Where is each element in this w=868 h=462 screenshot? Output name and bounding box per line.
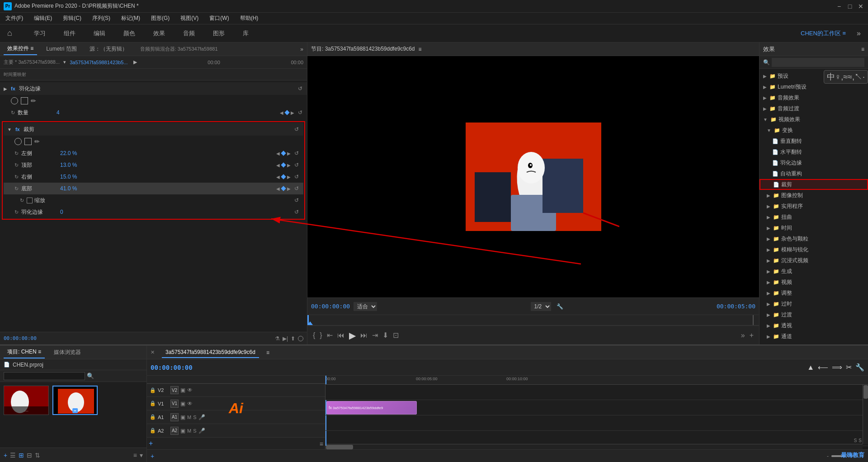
menu-help[interactable]: 帮助(H) [238, 14, 260, 23]
tree-item-obsolete[interactable]: ▶ 📁 过时 [760, 298, 868, 309]
v1-track-label-btn[interactable]: V1 [170, 400, 179, 408]
v1-vis-icon[interactable]: 👁 [187, 401, 193, 407]
crop-bottom-value[interactable]: 41.0 % [60, 185, 87, 192]
a2-sync-icon[interactable]: ▣ [180, 428, 185, 434]
crop-feather-value[interactable]: 0 [60, 209, 87, 215]
tree-item-immersive[interactable]: ▶ 📁 沉浸式视频 [760, 255, 868, 266]
a1-track[interactable] [326, 415, 868, 431]
effects-menu-icon[interactable]: ≡ [861, 46, 864, 52]
mark-in-icon[interactable]: { [313, 331, 315, 339]
crop-pen-btn[interactable]: ✏ [34, 138, 40, 145]
a1-mic-icon[interactable]: 🎤 [198, 414, 205, 420]
a1-lock-icon[interactable]: 🔒 [150, 414, 156, 420]
v2-track-label-btn[interactable]: V2 [170, 386, 179, 394]
panel-more-icon[interactable]: » [300, 46, 303, 52]
feather-circle-btn[interactable] [11, 97, 18, 104]
crop-bottom-next[interactable]: ▶ [287, 186, 291, 191]
a2-solo-btn[interactable]: S [193, 428, 196, 434]
nav-color[interactable]: 颜色 [120, 28, 139, 39]
scroll-circle[interactable] [298, 336, 303, 341]
a1-mute-btn[interactable]: M [187, 415, 191, 420]
feather-pen-btn[interactable]: ✏ [31, 97, 36, 104]
crop-feather-cycle[interactable]: ↻ [14, 209, 19, 215]
feather-quantity-value[interactable]: 4 [57, 109, 84, 116]
crop-top-keyframe[interactable] [281, 162, 286, 167]
a1-solo-btn[interactable]: S [193, 415, 196, 420]
tl-bottom-icon[interactable]: ≡ [320, 440, 323, 448]
crop-top-value[interactable]: 13.0 % [60, 162, 87, 168]
v1-sync-icon[interactable]: ▣ [180, 401, 185, 407]
freeform-icon[interactable]: ⊟ [27, 452, 32, 459]
tl-scrollbar-h[interactable] [326, 444, 863, 449]
menu-window[interactable]: 窗口(W) [208, 14, 231, 23]
fit-dropdown[interactable]: 适合 [354, 302, 377, 311]
crop-reset-icon[interactable]: ↺ [293, 126, 300, 132]
menu-file[interactable]: 文件(F) [4, 14, 25, 23]
crop-right-cycle[interactable]: ↻ [14, 174, 19, 180]
tree-item-imagecontrol[interactable]: ▶ 📁 图像控制 [760, 190, 868, 201]
crop-expand[interactable]: ▼ [7, 127, 12, 132]
tree-item-lumetri[interactable]: ▶ 📁 Lumetri预设 中♀,≈≈,↖· [760, 81, 868, 92]
crop-bottom-keyframe[interactable] [281, 186, 286, 191]
tab-media-browser[interactable]: 媒体浏览器 [50, 347, 85, 358]
tree-item-audio-transitions[interactable]: ▶ 📁 音频过渡 [760, 103, 868, 114]
v1-track[interactable]: fx 3a575347fa59881423b59ddfe9 [326, 400, 868, 415]
sequence-play-icon[interactable]: ▶ [133, 59, 137, 65]
v2-sync-icon[interactable]: ▣ [180, 387, 185, 393]
tree-item-hflip[interactable]: 📄 水平翻转 [760, 146, 868, 157]
crop-right-value[interactable]: 15.0 % [60, 174, 87, 180]
tree-item-preset[interactable]: ▶ 📁 预设 [760, 71, 868, 81]
v1-lock-icon[interactable]: 🔒 [150, 401, 156, 406]
project-chevron-icon[interactable]: ▾ [140, 452, 143, 459]
tree-item-vflip[interactable]: 📄 垂直翻转 [760, 136, 868, 146]
nav-library[interactable]: 库 [239, 28, 252, 39]
v1-video-clip[interactable]: fx 3a575347fa59881423b59ddfe9 [326, 401, 417, 415]
feather-qty-reset[interactable]: ↺ [297, 109, 303, 116]
tl-ripple-tool[interactable]: ⟵ [818, 363, 828, 372]
crop-rect-btn[interactable] [24, 138, 32, 145]
crop-left-cycle[interactable]: ↻ [14, 151, 19, 156]
workspace-label[interactable]: CHEN的工作区 ≡ [801, 29, 846, 38]
filter-icon[interactable]: ⚗ [275, 335, 280, 342]
tl-track-select-tool[interactable]: ⟹ [832, 363, 842, 372]
a2-lock-icon[interactable]: 🔒 [150, 428, 156, 434]
nav-effects[interactable]: 效果 [150, 28, 169, 39]
crop-left-reset[interactable]: ↺ [293, 150, 300, 156]
a2-track-label-btn[interactable]: A2 [170, 427, 179, 435]
tl-slip-tool[interactable]: 🔧 [855, 363, 864, 372]
insert-icon[interactable]: ⬇ [382, 331, 388, 339]
tl-add-marker[interactable]: + [151, 453, 154, 460]
crop-right-prev[interactable]: ◀ [276, 174, 280, 179]
new-item-icon[interactable]: + [4, 452, 7, 459]
nav-assembly[interactable]: 组件 [60, 28, 79, 39]
mark-out-icon[interactable]: } [320, 331, 322, 339]
nav-learn[interactable]: 学习 [30, 28, 49, 39]
crop-top-reset[interactable]: ↺ [293, 162, 300, 168]
nav-audio[interactable]: 音频 [179, 28, 198, 39]
feather-right-arrow[interactable]: ▶ [291, 110, 294, 115]
home-button[interactable]: ⌂ [7, 28, 12, 38]
sequence-name[interactable]: 3a575347fa59881423b5... [70, 60, 127, 65]
v2-lock-icon[interactable]: 🔒 [150, 387, 156, 393]
tree-item-generate[interactable]: ▶ 📁 生成 [760, 266, 868, 277]
tl-razor-tool[interactable]: ✂ [846, 363, 852, 372]
wrench-icon[interactable]: 🔧 [557, 303, 563, 310]
tree-item-channel[interactable]: ▶ 📁 通道 [760, 331, 868, 342]
tree-item-crop[interactable]: 📄 裁剪 [760, 179, 868, 190]
close-button[interactable]: ✕ [857, 3, 864, 10]
tree-item-adjust[interactable]: ▶ 📁 调整 [760, 288, 868, 298]
a2-mic-icon[interactable]: 🎤 [198, 428, 205, 434]
sort-icon[interactable]: ⇅ [35, 452, 40, 459]
a2-mute-btn[interactable]: M [187, 428, 191, 434]
tab-lumetri[interactable]: Lumetri 范围 [42, 43, 80, 55]
crop-top-cycle[interactable]: ↻ [14, 162, 19, 168]
tl-select-tool[interactable]: ▲ [807, 363, 814, 372]
tab-source[interactable]: 源：（无剪辑） [86, 43, 131, 55]
tab-project[interactable]: 项目: CHEN ≡ [4, 346, 45, 358]
list-view-icon[interactable]: ☰ [10, 452, 16, 459]
tab-effect-controls[interactable]: 效果控件 ≡ [4, 43, 37, 55]
tree-item-perspective[interactable]: ▶ 📁 透视 [760, 320, 868, 331]
crop-right-keyframe[interactable] [281, 174, 286, 179]
a1-track-label-btn[interactable]: A1 [170, 413, 179, 421]
nav-edit[interactable]: 编辑 [90, 28, 109, 39]
